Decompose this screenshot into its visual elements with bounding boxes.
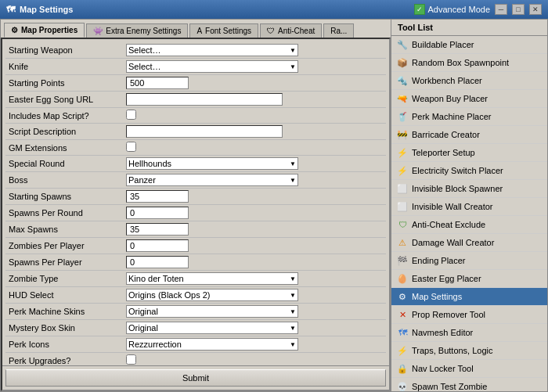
tool-item-prop-remover[interactable]: ✕ Prop Remover Tool	[391, 306, 547, 324]
advanced-mode: ✓ Advanced Mode	[414, 4, 491, 15]
value-easter-egg-song	[123, 92, 386, 107]
select-zombie-type[interactable]: Kino der Toten ▼	[126, 272, 298, 285]
tab-map-properties-label: Map Properties	[21, 26, 78, 34]
select-starting-weapon[interactable]: Select… ▼	[126, 44, 298, 56]
tab-map-properties[interactable]: ⚙ Map Properties	[4, 23, 85, 38]
tool-label-nav-locker: Nav Locker Tool	[412, 364, 474, 373]
label-easter-egg-song: Easter Egg Song URL	[5, 93, 123, 106]
row-gm-extensions: GM Extensions	[5, 140, 386, 156]
tool-item-perk-machine[interactable]: 🥤 Perk Machine Placer	[391, 108, 547, 126]
input-spawns-per-player[interactable]	[126, 256, 189, 268]
tool-item-weapon-buy[interactable]: 🔫 Weapon Buy Placer	[391, 90, 547, 108]
tool-item-easter-egg-placer[interactable]: 🥚 Easter Egg Placer	[391, 270, 547, 288]
tab-font[interactable]: A Font Settings	[189, 23, 258, 38]
select-hud-select[interactable]: Origins (Black Ops 2) ▼	[126, 289, 298, 301]
input-zombies-per-player[interactable]	[126, 239, 189, 252]
tool-item-electricity-switch[interactable]: ⚡ Electricity Switch Placer	[391, 162, 547, 180]
tab-anticheat-label: Anti-Cheat	[278, 27, 315, 35]
value-starting-spawns	[123, 189, 386, 204]
input-max-spawns[interactable]	[126, 223, 189, 236]
row-spawns-per-round: Spawns Per Round	[5, 205, 386, 221]
tab-anticheat-icon: 🛡	[267, 27, 275, 35]
input-starting-points[interactable]	[126, 77, 189, 89]
value-mystery-box-skin: Original ▼	[123, 320, 386, 336]
tool-item-workbench[interactable]: 🔩 Workbench Placer	[391, 72, 547, 90]
label-zombie-type: Zombie Type	[5, 272, 123, 285]
value-zombie-type: Kino der Toten ▼	[123, 271, 386, 286]
value-gm-extensions	[123, 140, 386, 155]
tool-item-invisible-wall[interactable]: ⬜ Invisible Wall Creator	[391, 198, 547, 216]
row-starting-spawns: Starting Spawns	[5, 189, 386, 205]
tool-item-navmesh-editor[interactable]: 🗺 Navmesh Editor	[391, 324, 547, 342]
tool-label-spawn-test: Spawn Test Zombie	[412, 382, 487, 391]
select-special-round[interactable]: Hellhounds ▼	[126, 157, 298, 170]
form-scroll[interactable]: Starting Weapon Select… ▼ Knife Select…	[2, 39, 389, 365]
label-gm-extensions: GM Extensions	[5, 142, 123, 154]
row-easter-egg-song: Easter Egg Song URL	[5, 92, 386, 108]
value-starting-weapon: Select… ▼	[123, 42, 386, 58]
tool-item-buildable-placer[interactable]: 🔧 Buildable Placer	[391, 36, 547, 54]
select-boss[interactable]: Panzer ▼	[126, 174, 298, 186]
window-icon: 🗺	[6, 5, 15, 14]
tool-label-perk-machine: Perk Machine Placer	[412, 112, 492, 121]
input-spawns-per-round[interactable]	[126, 207, 189, 219]
label-perk-upgrades: Perk Upgrades?	[5, 354, 123, 366]
minimize-button[interactable]: ─	[495, 4, 507, 15]
select-knife[interactable]: Select… ▼	[126, 60, 298, 73]
submit-button[interactable]: Submit	[5, 369, 386, 387]
label-starting-points: Starting Points	[5, 77, 123, 89]
label-includes-map-script: Includes Map Script?	[5, 110, 123, 122]
tool-item-random-box[interactable]: 📦 Random Box Spawnpoint	[391, 54, 547, 72]
chevron-down-icon: ▼	[290, 47, 296, 54]
tool-label-prop-remover: Prop Remover Tool	[412, 310, 485, 319]
ending-placer-icon: 🏁	[396, 254, 409, 267]
close-button[interactable]: ✕	[529, 4, 542, 15]
select-perk-machine-skins[interactable]: Original ▼	[126, 305, 298, 318]
checkbox-perk-upgrades[interactable]	[126, 354, 136, 365]
tool-item-teleporter[interactable]: ⚡ Teleporter Setup	[391, 144, 547, 162]
tool-item-damage-wall[interactable]: ⚠ Damage Wall Creator	[391, 234, 547, 252]
value-script-description	[123, 124, 386, 139]
input-easter-egg-song[interactable]	[126, 93, 283, 106]
input-script-description[interactable]	[126, 125, 283, 138]
tool-item-ending-placer[interactable]: 🏁 Ending Placer	[391, 252, 547, 270]
value-max-spawns	[123, 221, 386, 237]
select-perk-icons[interactable]: Rezzurrection ▼	[126, 338, 298, 351]
tool-item-nav-locker[interactable]: 🔒 Nav Locker Tool	[391, 360, 547, 378]
row-spawns-per-player: Spawns Per Player	[5, 254, 386, 271]
tabs-row: ⚙ Map Properties 👾 Extra Enemy Settings …	[1, 20, 391, 38]
map-settings-icon: ⚙	[396, 290, 409, 303]
tool-item-anticheat-exclude[interactable]: 🛡 Anti-Cheat Exclude	[391, 216, 547, 234]
tool-item-traps-buttons[interactable]: ⚡ Traps, Buttons, Logic	[391, 342, 547, 360]
tool-label-invisible-block: Invisible Block Spawner	[412, 184, 503, 193]
tool-label-traps-buttons: Traps, Buttons, Logic	[412, 346, 493, 355]
tool-item-spawn-test[interactable]: 💀 Spawn Test Zombie	[391, 378, 547, 391]
row-perk-machine-skins: Perk Machine Skins Original ▼	[5, 304, 386, 320]
submit-area: Submit	[2, 365, 389, 390]
tool-item-barricade[interactable]: 🚧 Barricade Creator	[391, 126, 547, 144]
checkbox-includes-map-script[interactable]	[126, 110, 136, 120]
maximize-button[interactable]: □	[512, 4, 525, 15]
tab-anticheat[interactable]: 🛡 Anti-Cheat	[260, 23, 322, 38]
row-max-spawns: Max Spawns	[5, 221, 386, 238]
checkbox-gm-extensions[interactable]	[126, 142, 136, 152]
chevron-down-icon: ▼	[290, 341, 296, 348]
tool-list-scroll[interactable]: 🔧 Buildable Placer 📦 Random Box Spawnpoi…	[391, 36, 547, 391]
tab-font-label: Font Settings	[205, 27, 251, 35]
input-starting-spawns[interactable]	[126, 190, 189, 203]
advanced-mode-checkbox[interactable]: ✓	[414, 4, 425, 15]
row-mystery-box-skin: Mystery Box Skin Original ▼	[5, 320, 386, 336]
tab-font-icon: A	[196, 27, 202, 35]
tab-extra-enemy[interactable]: 👾 Extra Enemy Settings	[86, 23, 188, 38]
chevron-down-icon: ▼	[290, 177, 296, 184]
tool-label-easter-egg-placer: Easter Egg Placer	[412, 274, 481, 283]
tab-ra[interactable]: Ra...	[323, 23, 354, 38]
label-boss: Boss	[5, 174, 123, 186]
select-mystery-box-skin[interactable]: Original ▼	[126, 322, 298, 334]
row-knife: Knife Select… ▼	[5, 59, 386, 75]
tool-item-map-settings[interactable]: ⚙ Map Settings	[391, 288, 547, 306]
tool-item-invisible-block[interactable]: ⬜ Invisible Block Spawner	[391, 180, 547, 198]
row-perk-upgrades: Perk Upgrades?	[5, 353, 386, 365]
row-starting-weapon: Starting Weapon Select… ▼	[5, 42, 386, 59]
traps-buttons-icon: ⚡	[396, 344, 409, 357]
